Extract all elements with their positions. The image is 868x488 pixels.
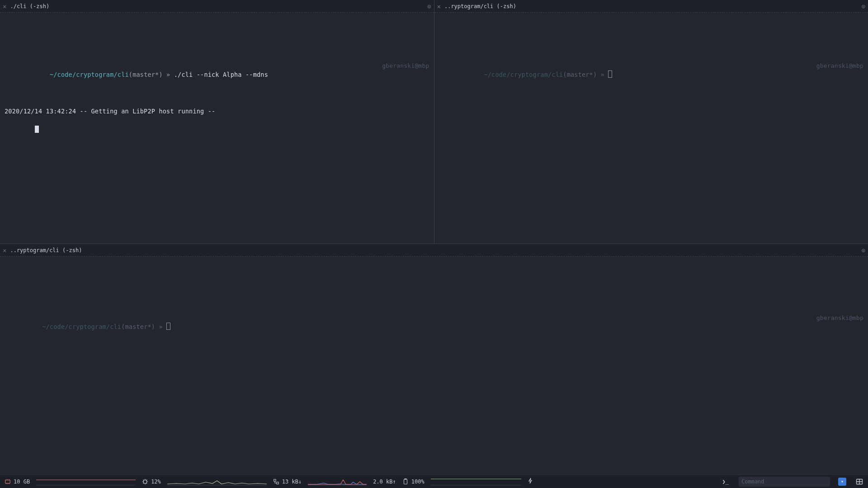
tab-bar: ✕ ./cli (-zsh) ⊙ (0, 0, 434, 13)
cursor-icon (608, 70, 612, 78)
terminal-output-line: 2020/12/14 13:42:24 -- Getting an LibP2P… (5, 107, 429, 116)
tab-title: ..ryptogram/cli (-zsh) (10, 247, 82, 253)
cursor-icon (166, 323, 170, 330)
status-net-down: 13 kB↓ (273, 479, 302, 485)
prompt-command: ./cli --nick Alpha --mdns (174, 71, 268, 78)
prompt-path: ~/code/cryptogram/cli (50, 71, 129, 78)
prompt-branch: master* (132, 71, 159, 78)
status-cpu: 12% (142, 479, 161, 485)
prompt-userhost: gberanski@mbp (816, 314, 863, 323)
pane-top-left[interactable]: ✕ ./cli (-zsh) ⊙ ~/code/cryptogram/cli(m… (0, 0, 434, 244)
net-up-value: 2.0 kB↑ (373, 479, 396, 485)
pane-top-right[interactable]: ✕ ..ryptogram/cli (-zsh) ⊙ ~/code/crypto… (434, 0, 868, 244)
more-icon[interactable]: ⊙ (862, 247, 865, 254)
prompt-branch: master* (125, 323, 151, 330)
battery-value: 100% (411, 479, 425, 485)
svg-rect-3 (277, 482, 278, 483)
status-battery: 100% (402, 479, 425, 485)
prompt-symbol: » (159, 323, 162, 330)
cpu-sparkline (167, 478, 267, 485)
pane-bottom[interactable]: ✕ ..ryptogram/cli (-zsh) ⊙ ~/code/crypto… (0, 244, 868, 474)
terminal-body[interactable]: ~/code/cryptogram/cli(master*) » gberans… (0, 257, 868, 474)
battery-sparkline (431, 478, 521, 485)
close-icon[interactable]: ✕ (3, 3, 6, 9)
prompt-icon: ❯_ (722, 479, 729, 485)
svg-rect-0 (5, 480, 10, 483)
cpu-icon (142, 479, 148, 485)
network-icon (273, 479, 279, 485)
cursor-icon (35, 126, 39, 133)
more-icon[interactable]: ⊙ (427, 3, 431, 10)
prompt-userhost: gberanski@mbp (382, 61, 429, 70)
battery-icon (402, 479, 409, 485)
command-dropdown-button[interactable]: ▾ (838, 478, 846, 486)
panes-layout-icon[interactable] (855, 478, 863, 486)
tab-bar: ✕ ..ryptogram/cli (-zsh) ⊙ (0, 244, 868, 257)
cpu-value: 12% (151, 479, 161, 485)
memory-icon (5, 479, 11, 485)
prompt-branch: master* (567, 71, 593, 78)
command-input[interactable] (741, 479, 827, 485)
prompt-userhost: gberanski@mbp (816, 61, 863, 70)
tab-bar: ✕ ..ryptogram/cli (-zsh) ⊙ (434, 0, 868, 13)
terminal-body[interactable]: ~/code/cryptogram/cli(master*) » gberans… (434, 13, 868, 244)
net-sparkline (308, 478, 367, 485)
close-icon[interactable]: ✕ (3, 247, 6, 253)
more-icon[interactable]: ⊙ (862, 3, 865, 10)
memory-value: 10 GB (14, 479, 30, 485)
app-root: ✕ ./cli (-zsh) ⊙ ~/code/cryptogram/cli(m… (0, 0, 868, 488)
svg-rect-4 (404, 479, 407, 484)
tab-title: ./cli (-zsh) (10, 3, 49, 9)
command-box[interactable] (739, 477, 830, 487)
prompt-symbol: » (166, 71, 170, 78)
prompt-path: ~/code/cryptogram/cli (484, 71, 563, 78)
prompt-symbol: » (601, 71, 604, 78)
top-panes-row: ✕ ./cli (-zsh) ⊙ ~/code/cryptogram/cli(m… (0, 0, 868, 244)
status-net-up: 2.0 kB↑ (373, 479, 396, 485)
net-down-value: 13 kB↓ (282, 479, 302, 485)
svg-rect-2 (274, 479, 276, 481)
status-bar: 10 GB 12% 13 kB↓ 2.0 kB↑ (0, 474, 868, 488)
prompt-path: ~/code/cryptogram/cli (42, 323, 121, 330)
svg-rect-5 (405, 479, 406, 479)
close-icon[interactable]: ✕ (437, 3, 441, 9)
terminal-body[interactable]: ~/code/cryptogram/cli(master*) » ./cli -… (0, 13, 434, 244)
status-memory: 10 GB (5, 479, 30, 485)
charging-icon (528, 478, 533, 485)
tab-title: ..ryptogram/cli (-zsh) (444, 3, 516, 9)
memory-sparkline (36, 478, 136, 485)
svg-rect-1 (144, 480, 147, 483)
